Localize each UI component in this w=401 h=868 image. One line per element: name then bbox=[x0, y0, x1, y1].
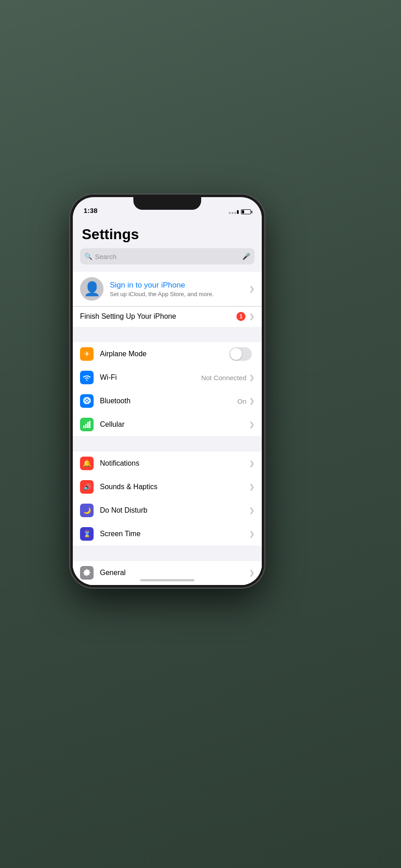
cellular-svg bbox=[83, 421, 90, 428]
search-input[interactable]: Search bbox=[95, 253, 240, 260]
bluetooth-row[interactable]: ⨷ Bluetooth On ❯ bbox=[73, 389, 262, 413]
gear-svg bbox=[83, 569, 91, 577]
general-chevron: ❯ bbox=[249, 569, 255, 576]
section-gap-2 bbox=[73, 436, 262, 452]
svg-rect-3 bbox=[89, 421, 90, 428]
phone-screen: 1:38 Settings bbox=[73, 197, 262, 585]
airplane-mode-label: Airplane Mode bbox=[100, 350, 229, 358]
svg-rect-2 bbox=[87, 422, 89, 428]
screentime-label: Screen Time bbox=[100, 530, 249, 538]
avatar: 👤 bbox=[80, 277, 104, 301]
dnd-chevron: ❯ bbox=[249, 507, 255, 514]
sounds-chevron: ❯ bbox=[249, 483, 255, 491]
cellular-row[interactable]: Cellular ❯ bbox=[73, 413, 262, 436]
page-title: Settings bbox=[73, 217, 262, 248]
person-icon: 👤 bbox=[84, 282, 100, 296]
bluetooth-icon: ⨷ bbox=[80, 394, 94, 408]
wifi-label: Wi-Fi bbox=[100, 373, 201, 382]
notifications-row[interactable]: 🔔 Notifications ❯ bbox=[73, 452, 262, 475]
signin-section: 👤 Sign in to your iPhone Set up iCloud, … bbox=[73, 272, 262, 306]
status-time: 1:38 bbox=[84, 207, 98, 214]
bluetooth-value: On bbox=[237, 397, 246, 405]
cellular-label: Cellular bbox=[100, 420, 249, 429]
notifications-chevron: ❯ bbox=[249, 460, 255, 467]
finish-setup-chevron: ❯ bbox=[249, 313, 255, 320]
signal-icon bbox=[229, 210, 239, 214]
wifi-value: Not Connected bbox=[201, 374, 246, 382]
airplane-icon-symbol: ✈ bbox=[84, 350, 90, 358]
connectivity-section: ✈ Airplane Mode bbox=[73, 342, 262, 436]
notifications-label: Notifications bbox=[100, 459, 249, 467]
bluetooth-chevron: ❯ bbox=[249, 397, 255, 405]
settings-content: Settings 🔍 Search 🎤 👤 Sign in to your iP… bbox=[73, 217, 262, 585]
search-bar[interactable]: 🔍 Search 🎤 bbox=[80, 248, 255, 264]
wifi-row[interactable]: Wi-Fi Not Connected ❯ bbox=[73, 366, 262, 389]
signin-row[interactable]: 👤 Sign in to your iPhone Set up iCloud, … bbox=[73, 272, 262, 306]
search-icon: 🔍 bbox=[85, 253, 92, 260]
airplane-mode-icon: ✈ bbox=[80, 347, 94, 361]
screentime-chevron: ❯ bbox=[249, 530, 255, 538]
finish-setup-badge: 1 bbox=[236, 312, 245, 321]
notifications-section: 🔔 Notifications ❯ 🔊 Sounds & Haptics ❯ bbox=[73, 452, 262, 546]
wifi-svg bbox=[83, 374, 91, 381]
finish-setup-row[interactable]: Finish Setting Up Your iPhone 1 ❯ bbox=[73, 306, 262, 327]
moon-icon: 🌙 bbox=[83, 507, 91, 514]
hourglass-icon: ⌛ bbox=[83, 530, 91, 538]
scene: 1:38 Settings bbox=[0, 0, 401, 868]
cellular-icon bbox=[80, 418, 94, 431]
cellular-chevron: ❯ bbox=[249, 421, 255, 428]
airplane-mode-toggle[interactable] bbox=[229, 347, 252, 361]
bluetooth-label: Bluetooth bbox=[100, 397, 237, 405]
status-icons bbox=[229, 209, 251, 214]
signin-text: Sign in to your iPhone Set up iCloud, th… bbox=[110, 281, 249, 297]
phone-frame: 1:38 Settings bbox=[70, 194, 264, 588]
notch bbox=[133, 197, 201, 210]
screentime-row[interactable]: ⌛ Screen Time ❯ bbox=[73, 522, 262, 546]
signin-chevron: ❯ bbox=[249, 285, 255, 292]
sounds-row[interactable]: 🔊 Sounds & Haptics ❯ bbox=[73, 475, 262, 499]
section-gap-3 bbox=[73, 546, 262, 561]
battery-icon bbox=[241, 209, 251, 214]
speaker-icon: 🔊 bbox=[83, 483, 91, 491]
screentime-icon: ⌛ bbox=[80, 527, 94, 541]
sounds-icon: 🔊 bbox=[80, 480, 94, 494]
section-gap-1 bbox=[73, 327, 262, 342]
wifi-chevron: ❯ bbox=[249, 374, 255, 381]
signin-title: Sign in to your iPhone bbox=[110, 281, 249, 290]
notifications-icon: 🔔 bbox=[80, 457, 94, 470]
toggle-knob bbox=[230, 348, 242, 360]
sounds-label: Sounds & Haptics bbox=[100, 483, 249, 491]
signin-subtitle: Set up iCloud, the App Store, and more. bbox=[110, 291, 249, 297]
bell-icon: 🔔 bbox=[83, 459, 91, 467]
dnd-icon: 🌙 bbox=[80, 504, 94, 517]
control-center-row[interactable]: Control Center ❯ bbox=[73, 585, 262, 585]
general-icon bbox=[80, 566, 94, 580]
airplane-mode-row[interactable]: ✈ Airplane Mode bbox=[73, 342, 262, 366]
mic-icon: 🎤 bbox=[242, 253, 250, 260]
home-indicator bbox=[140, 579, 194, 581]
general-label: General bbox=[100, 569, 249, 577]
wifi-icon bbox=[80, 371, 94, 384]
bluetooth-symbol: ⨷ bbox=[83, 397, 90, 405]
svg-rect-0 bbox=[83, 425, 85, 428]
general-section: General ❯ Control bbox=[73, 561, 262, 585]
dnd-row[interactable]: 🌙 Do Not Disturb ❯ bbox=[73, 499, 262, 522]
svg-rect-1 bbox=[85, 424, 87, 428]
dnd-label: Do Not Disturb bbox=[100, 506, 249, 514]
finish-setup-label: Finish Setting Up Your iPhone bbox=[80, 312, 236, 321]
